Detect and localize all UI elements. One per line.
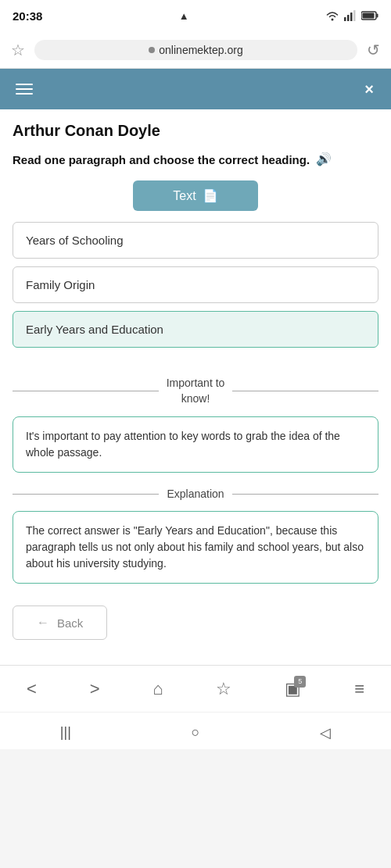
text-button-label: Text: [173, 189, 196, 203]
app-header: ×: [0, 69, 391, 109]
tabs-count-badge: 5: [294, 676, 306, 688]
instruction-text: Read one paragraph and choose the correc…: [13, 151, 378, 168]
browser-nav-bar: < > ⌂ ☆ ▣ 5 ≡: [0, 665, 391, 712]
divider-line-right-1: [232, 391, 378, 391]
back-button-label: Back: [57, 616, 83, 630]
wifi-icon: [325, 10, 339, 21]
refresh-icon[interactable]: ↺: [367, 41, 380, 59]
text-button[interactable]: Text 📄: [133, 180, 258, 211]
main-content: Arthur Conan Doyle Read one paragraph an…: [0, 109, 391, 665]
hamburger-menu-button[interactable]: [11, 79, 38, 99]
svg-point-0: [332, 19, 334, 21]
option-1-label: Years of Schooling: [26, 234, 124, 247]
explanation-box: The correct answer is "Early Years and E…: [13, 511, 378, 584]
text-button-icon: 📄: [203, 188, 218, 203]
important-info-box: It's important to pay attention to key w…: [13, 416, 378, 473]
url-text: onlinemektep.org: [159, 44, 242, 56]
status-bar: 20:38 ▲: [0, 0, 391, 31]
browser-url-bar[interactable]: onlinemektep.org: [34, 40, 357, 60]
status-time: 20:38: [13, 9, 42, 23]
option-3[interactable]: Early Years and Education: [13, 311, 378, 348]
svg-rect-4: [353, 10, 356, 21]
explanation-label: Explanation: [167, 487, 224, 502]
svg-rect-7: [377, 14, 378, 18]
divider-line-left-2: [13, 494, 159, 495]
status-icons: [325, 10, 378, 21]
option-2-label: Family Origin: [26, 278, 95, 291]
divider-line-left-1: [13, 391, 159, 391]
svg-rect-2: [347, 15, 350, 21]
browser-back-icon[interactable]: <: [27, 679, 37, 699]
divider-line-right-2: [232, 494, 378, 495]
explanation-content: The correct answer is "Early Years and E…: [26, 524, 364, 570]
battery-icon: [361, 11, 378, 20]
important-label: Important toknow!: [167, 376, 225, 406]
sys-home-icon[interactable]: ○: [192, 724, 200, 741]
instruction-label: Read one paragraph and choose the correc…: [13, 152, 310, 168]
back-button[interactable]: ← Back: [13, 605, 107, 640]
back-arrow-icon: ←: [37, 616, 49, 630]
option-2[interactable]: Family Origin: [13, 266, 378, 303]
important-content: It's important to pay attention to key w…: [26, 430, 340, 459]
browser-tabs-icon[interactable]: ▣ 5: [285, 679, 301, 699]
option-1[interactable]: Years of Schooling: [13, 222, 378, 259]
svg-rect-1: [344, 17, 346, 21]
close-button[interactable]: ×: [358, 77, 380, 102]
page-title: Arthur Conan Doyle: [13, 122, 378, 140]
status-alert: ▲: [179, 10, 189, 22]
hamburger-line-3: [16, 93, 33, 95]
hamburger-line-2: [16, 88, 33, 90]
browser-bar: ☆ onlinemektep.org ↺: [0, 31, 391, 69]
browser-star-nav-icon[interactable]: ☆: [216, 679, 231, 699]
sys-recent-icon[interactable]: ◁: [320, 724, 331, 741]
svg-rect-6: [363, 13, 375, 19]
option-3-label: Early Years and Education: [26, 323, 163, 336]
sys-back-icon[interactable]: |||: [60, 724, 71, 741]
important-divider: Important toknow!: [13, 376, 378, 406]
text-button-wrapper: Text 📄: [13, 180, 378, 211]
browser-menu-icon[interactable]: ≡: [354, 679, 364, 699]
speaker-icon[interactable]: 🔊: [316, 151, 332, 168]
hamburger-line-1: [16, 84, 33, 85]
browser-star-icon[interactable]: ☆: [11, 41, 25, 59]
system-nav: ||| ○ ◁: [0, 712, 391, 749]
security-dot: [149, 47, 155, 53]
browser-home-icon[interactable]: ⌂: [152, 679, 163, 699]
explanation-divider: Explanation: [13, 487, 378, 502]
svg-rect-3: [350, 13, 353, 21]
browser-forward-icon[interactable]: >: [90, 679, 100, 699]
back-button-wrapper: ← Back: [13, 593, 378, 649]
signal-icon: [343, 10, 357, 21]
